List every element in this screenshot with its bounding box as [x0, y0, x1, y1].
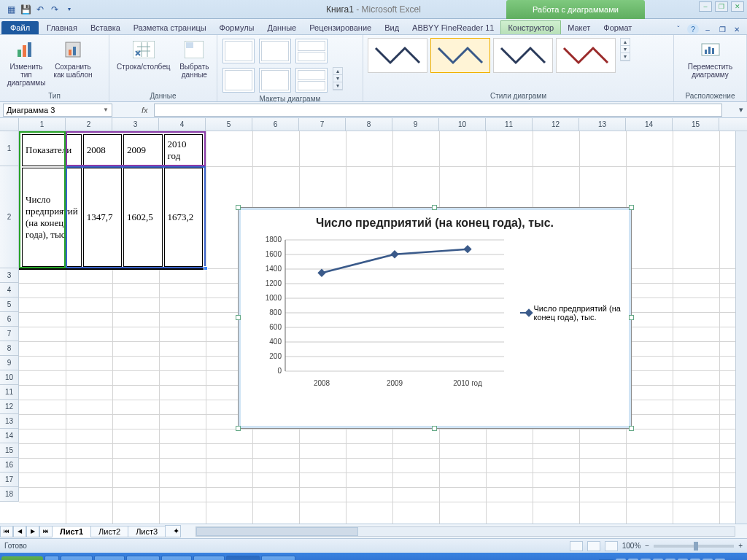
formula-input[interactable] [154, 104, 722, 117]
redo-icon[interactable]: ↷ [48, 3, 61, 16]
column-header[interactable]: 4 [159, 118, 206, 131]
row-header[interactable]: 13 [0, 414, 19, 429]
chart-layout-option[interactable] [259, 68, 291, 93]
resize-handle[interactable] [629, 426, 634, 431]
tab-formulas[interactable]: Формулы [213, 21, 261, 34]
namebox-dropdown-icon[interactable]: ▼ [103, 106, 109, 113]
quick-launch[interactable] [44, 556, 59, 560]
column-header[interactable]: 10 [439, 118, 486, 131]
tab-layout[interactable]: Макет [561, 21, 597, 34]
resize-handle[interactable] [629, 315, 634, 320]
zoom-slider[interactable] [654, 545, 734, 548]
row-header[interactable]: 6 [0, 312, 19, 327]
change-chart-type-button[interactable]: Изменить тип диаграммы [4, 38, 48, 87]
resize-handle[interactable] [236, 205, 241, 210]
chart-layout-option[interactable] [295, 68, 328, 93]
qat-dropdown-icon[interactable]: ▾ [63, 3, 76, 16]
chart-style-option[interactable] [556, 38, 616, 73]
page-layout-view-button[interactable] [587, 541, 600, 551]
cell[interactable]: 1602,5 [123, 168, 162, 267]
taskbar-item[interactable]: Уро… [61, 556, 93, 560]
row-header[interactable]: 8 [0, 341, 19, 356]
close-icon[interactable]: ✕ [731, 1, 744, 12]
column-header[interactable]: 7 [299, 118, 346, 131]
column-header[interactable]: 3 [112, 118, 159, 131]
select-data-button[interactable]: Выбрать данные [177, 38, 212, 79]
plot-area[interactable]: 0200400600800100012001400160018002008200… [244, 233, 516, 393]
column-header[interactable]: 1 [19, 118, 66, 131]
row-header[interactable]: 2 [0, 166, 19, 268]
taskbar-item[interactable]: Фин… [126, 556, 160, 560]
selection-handle[interactable] [204, 266, 208, 271]
taskbar-item[interactable]: 5 М… [193, 556, 225, 560]
row-header[interactable]: 5 [0, 298, 19, 312]
tab-abbyy[interactable]: ABBYY FineReader 11 [406, 21, 500, 34]
tab-design[interactable]: Конструктор [500, 20, 561, 34]
expand-formula-bar-icon[interactable]: ▾ [735, 105, 747, 114]
start-button[interactable]: ⊞ пуск [1, 556, 43, 560]
help-icon[interactable]: ? [687, 24, 699, 34]
chart-layout-option[interactable] [259, 39, 291, 63]
prev-sheet-icon[interactable]: ◀ [13, 526, 26, 537]
cell[interactable]: 2009 [123, 134, 162, 166]
style-gallery-scroll[interactable]: ▴▾▾ [620, 38, 630, 61]
taskbar-item[interactable]: Micr… [226, 556, 260, 560]
column-header[interactable]: 13 [579, 118, 626, 131]
workbook-restore-icon[interactable]: ❐ [716, 24, 728, 34]
resize-handle[interactable] [236, 426, 241, 431]
tab-format[interactable]: Формат [597, 21, 638, 34]
row-header[interactable]: 14 [0, 429, 19, 443]
resize-handle[interactable] [432, 426, 437, 431]
save-icon[interactable]: 💾 [19, 3, 32, 16]
row-header[interactable]: 11 [0, 385, 19, 400]
page-break-view-button[interactable] [605, 541, 618, 551]
column-header[interactable]: 12 [533, 118, 579, 131]
save-as-template-button[interactable]: Сохранить как шаблон [51, 38, 95, 79]
column-header[interactable]: 14 [626, 118, 673, 131]
tab-view[interactable]: Вид [378, 21, 406, 34]
column-header[interactable]: 9 [392, 118, 439, 131]
move-chart-button[interactable]: Переместить диаграмму [678, 38, 742, 79]
zoom-level[interactable]: 100% [622, 542, 641, 550]
chart-layout-option[interactable] [222, 39, 255, 63]
next-sheet-icon[interactable]: ▶ [26, 526, 39, 537]
cell[interactable]: 2008 [83, 134, 122, 166]
workbook-minimize-icon[interactable]: – [702, 24, 713, 34]
row-header[interactable]: 7 [0, 327, 19, 341]
taskbar-item[interactable]: 2 F… [161, 556, 191, 560]
chart-style-option[interactable] [493, 38, 553, 73]
data-table[interactable]: Показатели 2008 2009 2010 год Число пред… [19, 131, 206, 270]
sheet-tab[interactable]: Лист1 [52, 526, 91, 537]
resize-handle[interactable] [432, 205, 437, 210]
switch-row-column-button[interactable]: Строка/столбец [114, 38, 174, 71]
tab-file[interactable]: Файл [1, 21, 39, 34]
worksheet-grid[interactable]: 1 2 3 4 5 6 7 8 9 10 11 12 13 14 15 1 2 … [0, 118, 747, 524]
tab-home[interactable]: Главная [40, 21, 84, 34]
row-header[interactable]: 16 [0, 458, 19, 472]
taskbar-item[interactable]: 4 П… [94, 556, 125, 560]
chart-layout-option[interactable] [295, 39, 328, 63]
restore-icon[interactable]: ❐ [715, 1, 728, 12]
row-header[interactable]: 3 [0, 268, 19, 283]
row-header[interactable]: 4 [0, 283, 19, 298]
chart-style-option[interactable] [368, 38, 427, 73]
layout-gallery-scroll[interactable]: ▴▾▾ [333, 67, 343, 90]
workbook-close-icon[interactable]: ✕ [731, 24, 743, 34]
last-sheet-icon[interactable]: ⏭ [39, 526, 53, 537]
embedded-chart[interactable]: Число предприятий (на конец года), тыс. … [238, 207, 632, 429]
tab-page-layout[interactable]: Разметка страницы [127, 21, 213, 34]
resize-handle[interactable] [236, 315, 241, 320]
row-header[interactable]: 12 [0, 400, 19, 414]
cell[interactable]: 2010 год [164, 134, 203, 166]
minimize-ribbon-icon[interactable]: ˇ [673, 24, 684, 34]
row-header[interactable]: 15 [0, 443, 19, 458]
cell[interactable]: 1673,2 [164, 168, 203, 267]
row-header[interactable]: 17 [0, 472, 19, 487]
column-header[interactable]: 2 [66, 118, 112, 131]
resize-handle[interactable] [629, 205, 634, 210]
minimize-icon[interactable]: – [699, 1, 712, 12]
new-sheet-button[interactable]: ✦ [165, 525, 181, 537]
select-all-corner[interactable] [0, 118, 19, 131]
fx-icon[interactable]: fx [142, 106, 148, 114]
row-header[interactable]: 10 [0, 370, 19, 385]
